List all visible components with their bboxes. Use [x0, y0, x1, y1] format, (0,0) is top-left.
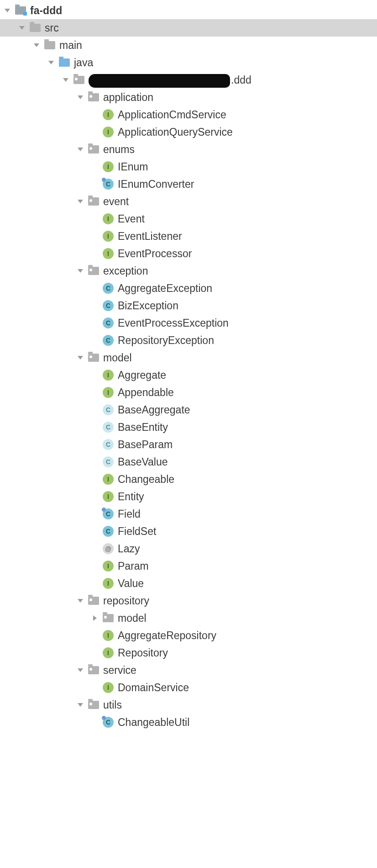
chevron-down-icon[interactable] [76, 93, 85, 102]
indent [3, 236, 90, 237]
tree-row[interactable]: IDomainService [0, 679, 377, 696]
chevron-down-icon[interactable] [76, 266, 85, 275]
tree-row[interactable]: CRepositoryException [0, 332, 377, 349]
svg-marker-3 [48, 61, 54, 64]
chevron-down-icon[interactable] [17, 23, 26, 32]
chevron-down-icon[interactable] [61, 75, 70, 85]
tree-item-label: AggregateRepository [118, 630, 216, 642]
tree-row[interactable]: src [0, 19, 377, 37]
tree-row[interactable]: IAggregateRepository [0, 627, 377, 644]
tree-row[interactable]: java [0, 54, 377, 71]
chevron-down-icon[interactable] [76, 596, 85, 605]
tree-row[interactable]: utils [0, 696, 377, 714]
tree-row[interactable]: CBaseEntity [0, 418, 377, 436]
tree-row[interactable]: IAggregate [0, 366, 377, 384]
tree-item-label: model [118, 612, 147, 625]
tree-item-label: src [45, 22, 59, 34]
indent [3, 306, 90, 306]
tree-row[interactable]: IApplicationQueryService [0, 123, 377, 141]
indent [3, 688, 90, 688]
tree-row[interactable]: .ddd [0, 71, 377, 89]
indent [3, 97, 76, 98]
indent [3, 184, 90, 185]
indent [3, 392, 90, 393]
chevron-right-icon[interactable] [90, 614, 99, 623]
tree-row[interactable]: service [0, 662, 377, 679]
tree-row[interactable]: @Lazy [0, 540, 377, 557]
tree-row[interactable]: IValue [0, 575, 377, 592]
indent [3, 479, 90, 480]
tree-item-label: Param [118, 560, 149, 572]
tree-row[interactable]: IChangeable [0, 471, 377, 488]
chevron-down-icon[interactable] [76, 353, 85, 362]
tree-row[interactable]: CField [0, 505, 377, 523]
tree-item-label: Value [118, 577, 144, 590]
interface-icon: I [102, 577, 114, 589]
tree-item-label: BaseParam [118, 439, 173, 451]
tree-row[interactable]: event [0, 193, 377, 210]
tree-row[interactable]: CBizException [0, 297, 377, 314]
tree-row[interactable]: IEvent [0, 210, 377, 228]
tree-row[interactable]: CChangeableUtil [0, 714, 377, 731]
chevron-down-icon[interactable] [76, 145, 85, 154]
tree-item-label: Changeable [118, 473, 174, 486]
tree-row[interactable]: fa-ddd [0, 2, 377, 19]
indent [3, 254, 90, 254]
package-icon [88, 595, 99, 607]
chevron-down-icon[interactable] [76, 666, 85, 675]
class-icon: C [102, 317, 114, 329]
tree-row[interactable]: application [0, 89, 377, 106]
tree-row[interactable]: IIEnum [0, 158, 377, 175]
tree-row[interactable]: CBaseAggregate [0, 401, 377, 418]
tree-row[interactable]: IEntity [0, 488, 377, 505]
indent [3, 201, 76, 202]
tree-item-label: repository [103, 595, 149, 607]
tree-row[interactable]: CFieldSet [0, 523, 377, 540]
svg-marker-1 [19, 26, 25, 30]
tree-row[interactable]: model [0, 349, 377, 366]
class-icon: C [102, 178, 114, 190]
tree-row[interactable]: exception [0, 262, 377, 280]
tree-item-label: EventListener [118, 230, 182, 243]
chevron-down-icon[interactable] [76, 197, 85, 206]
interface-icon: I [102, 630, 114, 641]
class-icon: C [102, 300, 114, 312]
tree-row[interactable]: IRepository [0, 644, 377, 662]
interface-icon: I [102, 491, 114, 503]
chevron-down-icon[interactable] [32, 41, 41, 50]
tree-row[interactable]: enums [0, 141, 377, 158]
package-icon [88, 664, 99, 676]
interface-icon: I [102, 473, 114, 485]
tree-item-label: BaseValue [118, 456, 168, 468]
tree-row[interactable]: CBaseParam [0, 436, 377, 453]
indent [3, 635, 90, 636]
tree-item-label: BizException [118, 300, 178, 312]
project-tree[interactable]: fa-dddsrcmainjava.dddapplicationIApplica… [0, 0, 377, 733]
tree-item-label: IEnumConverter [118, 178, 194, 191]
tree-row[interactable]: repository [0, 592, 377, 609]
interface-icon: I [102, 230, 114, 242]
tree-row[interactable]: CAggregateException [0, 280, 377, 297]
tree-row[interactable]: IAppendable [0, 384, 377, 401]
tree-item-label: AggregateException [118, 282, 212, 295]
tree-row[interactable]: model [0, 609, 377, 627]
tree-row[interactable]: IParam [0, 557, 377, 575]
tree-row[interactable]: CIEnumConverter [0, 175, 377, 193]
class-icon: C [102, 334, 114, 346]
indent [3, 653, 90, 653]
tree-row[interactable]: IApplicationCmdService [0, 106, 377, 123]
tree-row[interactable]: main [0, 37, 377, 54]
indent [3, 531, 90, 532]
interface-icon: I [102, 248, 114, 259]
chevron-down-icon[interactable] [76, 700, 85, 709]
tree-row[interactable]: IEventProcessor [0, 245, 377, 262]
chevron-down-icon[interactable] [47, 58, 56, 67]
class-icon: C [102, 525, 114, 537]
tree-row[interactable]: CEventProcessException [0, 314, 377, 332]
tree-row[interactable]: CBaseValue [0, 453, 377, 471]
tree-item-label: ApplicationCmdService [118, 109, 226, 121]
svg-marker-11 [93, 615, 97, 621]
chevron-down-icon[interactable] [3, 6, 12, 15]
indent [3, 288, 90, 289]
tree-row[interactable]: IEventListener [0, 228, 377, 245]
